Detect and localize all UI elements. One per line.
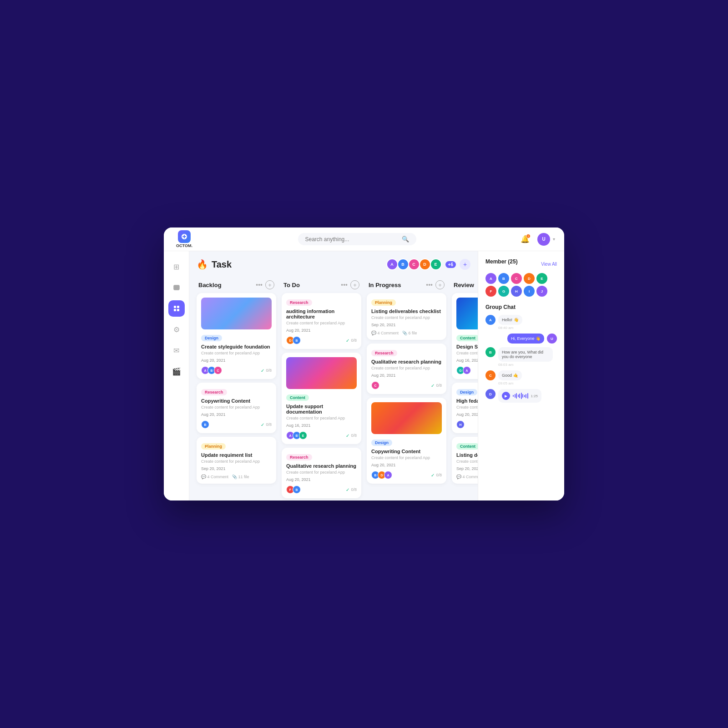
card-sub: Create content for peceland App	[371, 366, 442, 370]
member-grid-item: J	[536, 286, 547, 297]
card-avatars: B	[201, 420, 209, 429]
column-review-title: Review	[454, 282, 474, 288]
column-backlog-add[interactable]: +	[265, 280, 274, 289]
card-image-colorful	[286, 357, 357, 389]
chat-time: 09:05 am	[498, 381, 522, 385]
chat-avatar: B	[485, 347, 495, 357]
card-footer: A B E ✓ 0/8	[286, 431, 357, 440]
member-count-label: Member (25)	[485, 258, 518, 265]
column-todo-add[interactable]: +	[350, 280, 359, 289]
sidebar-item-messages[interactable]: ✉	[168, 342, 185, 359]
check-icon: ✓	[261, 368, 264, 373]
add-member-button[interactable]: +	[460, 259, 470, 270]
card-high-fidelity: Design High fedality UI Desktop Create c…	[452, 383, 478, 433]
notification-badge: 1	[526, 234, 531, 238]
column-todo: To Do ••• + Research auditing informatio…	[282, 277, 361, 498]
column-todo-cards: Research auditing information architectu…	[282, 293, 361, 498]
card-progress: ✓ 0/8	[346, 338, 357, 343]
card-title: Copywriting Content	[201, 398, 272, 404]
column-backlog-header: Backlog ••• +	[197, 277, 276, 293]
search-input[interactable]	[305, 236, 398, 243]
card-avatars: A B C	[201, 366, 222, 374]
card-sub: Create content for peceland App	[201, 405, 272, 410]
sidebar-item-dashboard[interactable]: ⊞	[168, 258, 185, 275]
card-avatars: H	[456, 420, 465, 429]
member-list-header: Member (25) View All	[485, 258, 557, 269]
member-avatar-4: D	[419, 258, 431, 270]
card-footer: A B C ✓ 0/8	[201, 366, 272, 374]
tag-research: Research	[201, 389, 227, 395]
card-sub: Create content for peceland App	[286, 321, 357, 325]
card-avatar: B	[293, 485, 301, 494]
column-backlog-menu[interactable]: •••	[256, 281, 263, 288]
wave-bar	[516, 393, 517, 399]
card-avatars: G A	[456, 366, 471, 374]
card-design-system: Content Design System Create content for…	[452, 293, 478, 379]
audio-bubble: ▶ 1:25	[498, 389, 541, 403]
card-sub: Create content for peceland App	[286, 416, 357, 420]
column-todo-menu[interactable]: •••	[341, 281, 348, 288]
card-avatars: C	[371, 381, 379, 389]
logo-text: OCTOM.	[176, 243, 192, 248]
member-avatar-2: B	[397, 258, 409, 270]
chat-text: How are you, What did you do everyone	[502, 350, 549, 359]
card-avatar: C	[371, 381, 379, 389]
sidebar-item-media[interactable]: 🎬	[168, 363, 185, 379]
sidebar-item-tasks[interactable]	[168, 300, 185, 317]
column-todo-title: To Do	[283, 282, 300, 288]
column-todo-header: To Do ••• +	[282, 277, 361, 293]
card-sub: Create content for peceland App	[456, 405, 478, 410]
chat-message-1: A Hello! 👋 08:40 am	[485, 315, 557, 330]
column-inprogress-menu[interactable]: •••	[426, 281, 433, 288]
column-inprogress-add[interactable]: +	[435, 280, 445, 289]
file-count: 📎 11 file	[232, 475, 249, 479]
chat-bubble: How are you, What did you do everyone	[498, 347, 553, 362]
card-progress: ✓ 0/8	[431, 383, 442, 388]
chat-message-audio: D ▶	[485, 389, 557, 403]
card-date: Aug 20, 2021	[286, 477, 357, 482]
card-progress: ✓ 0/8	[431, 473, 442, 478]
svg-rect-2	[177, 306, 179, 308]
card-copywriting-inprogress: Design Copywriting Content Create conten…	[367, 398, 446, 484]
card-qualitative-todo: Research Qualitative research planning C…	[282, 448, 361, 498]
sidebar-item-settings[interactable]: ⚙	[168, 321, 185, 338]
card-meta: 💬 4 Comment 📎 11 file	[456, 475, 478, 479]
column-backlog-actions: ••• +	[256, 280, 274, 289]
svg-rect-1	[174, 306, 176, 308]
card-footer: 💬 4 Comment 📎 6 file	[371, 331, 442, 335]
column-inprogress: In Progress ••• + Planning Listing deliv…	[367, 277, 446, 484]
chat-text: Good 🤙	[502, 373, 518, 378]
column-review: Review ••• + Content Design System Creat…	[452, 277, 478, 484]
card-date: Aug 20, 2021	[456, 412, 478, 417]
check-icon: ✓	[346, 338, 349, 343]
search-input-wrap[interactable]: 🔍	[298, 233, 416, 245]
sidebar-item-projects[interactable]	[168, 279, 185, 296]
card-date: Aug 20, 2021	[371, 373, 442, 378]
card-avatar: A	[463, 366, 471, 374]
column-review-cards: Content Design System Create content for…	[452, 293, 478, 484]
card-date: Aug 20, 2021	[201, 358, 272, 363]
check-icon: ✓	[346, 433, 349, 438]
chevron-down-icon: ▾	[553, 237, 555, 242]
tag-design: Design	[456, 389, 477, 395]
play-button[interactable]: ▶	[502, 392, 510, 400]
wave-bar	[518, 394, 519, 397]
card-footer: B ✓ 0/8	[201, 420, 272, 429]
view-all-button[interactable]: View All	[541, 262, 557, 267]
user-avatar-button[interactable]: U ▾	[537, 233, 555, 246]
notification-button[interactable]: 🔔 1	[518, 233, 532, 246]
logo-icon	[178, 230, 191, 243]
card-title: Design System	[456, 344, 478, 349]
logo-area: OCTOM.	[173, 230, 196, 248]
card-date: Aug 16, 2021	[456, 358, 478, 363]
comment-count: 💬 4 Comment	[371, 331, 399, 335]
card-meta: 💬 4 Comment 📎 6 file	[371, 331, 417, 335]
tag-design: Design	[201, 335, 222, 341]
board-members-area: A B C D E +6 +	[386, 258, 470, 270]
column-backlog: Backlog ••• + Design Create styleguide f…	[197, 277, 276, 484]
member-grid-item: H	[511, 286, 522, 297]
wave-bar	[513, 395, 514, 397]
waveform	[513, 393, 528, 399]
card-image-purple	[201, 298, 272, 329]
card-listing-inprogress: Planning Listing deliverables checklist …	[367, 293, 446, 340]
